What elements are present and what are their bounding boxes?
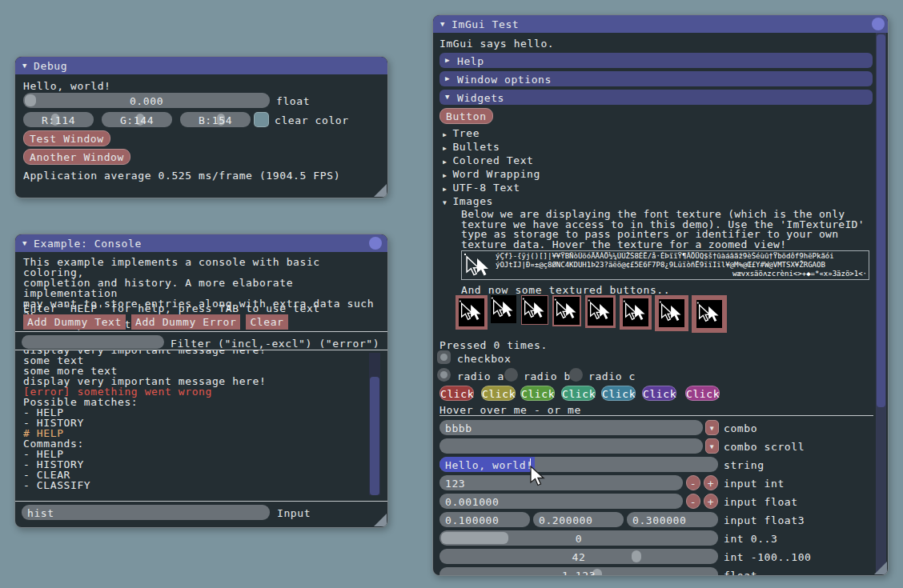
test-window-button[interactable]: Test Window [23, 130, 110, 146]
tree-node-utf8-text[interactable]: ▶UTF-8 Text [443, 182, 520, 195]
color-slider-g[interactable]: G:144 [102, 112, 172, 127]
log-line: - HISTORY [23, 418, 368, 428]
tree-node-tree[interactable]: ▶Tree [443, 127, 480, 141]
increment-button[interactable]: + [704, 475, 718, 490]
resize-grip[interactable] [874, 562, 887, 574]
resize-grip[interactable] [374, 184, 387, 197]
tree-node-images[interactable]: ▼Images [443, 195, 493, 209]
window-scrollbar[interactable] [876, 33, 886, 574]
slider-int-0-3-value: 0 [439, 533, 718, 545]
image-button-2[interactable] [491, 295, 516, 323]
image-button-6[interactable] [620, 295, 652, 330]
collapse-arrow-icon[interactable]: ▼ [22, 62, 27, 70]
console-input-label: Input [277, 507, 311, 519]
font-texture-glyph-line: ýÇf}-{ÿj()[]|¥¥ŸBÑòÛöóÄÅÀÖ½¼ÙÚŽŠ8ÉË/å·ÈÞ… [496, 252, 867, 261]
another-window-button[interactable]: Another Window [23, 149, 130, 165]
close-button[interactable] [369, 237, 382, 250]
decrement-button[interactable]: - [686, 494, 700, 509]
console-input[interactable]: hist [22, 505, 270, 520]
image-button-8[interactable] [692, 295, 727, 333]
slider-int-0-3[interactable]: 0 [439, 530, 718, 546]
console-log[interactable]: display very important message here! som… [23, 350, 368, 498]
input-float3-x[interactable]: 0.100000 [439, 512, 530, 527]
clear-color-swatch[interactable] [254, 112, 269, 127]
add-dummy-error-button[interactable]: Add Dummy Error [131, 314, 240, 330]
console-title-bar[interactable]: ▼ Example: Console [15, 234, 387, 252]
combo-value: bbbb [445, 422, 472, 434]
window-scrollbar-grab[interactable] [877, 34, 885, 407]
image-button-5[interactable] [585, 295, 616, 328]
string-input[interactable]: Hello, world! [439, 457, 718, 472]
close-button[interactable] [872, 18, 885, 30]
string-label: string [724, 459, 765, 471]
click-button-3[interactable]: Click [520, 386, 555, 401]
image-button-7[interactable] [655, 295, 688, 331]
clear-button[interactable]: Clear [246, 314, 287, 330]
header-help[interactable]: ▶ Help [439, 53, 873, 68]
radio-b[interactable] [504, 368, 518, 382]
imgui-title-bar[interactable]: ▼ ImGui Test [433, 15, 888, 33]
float-slider[interactable]: 0.000 [23, 93, 270, 108]
image-button-1[interactable] [456, 295, 488, 330]
click-button-7[interactable]: Click [685, 386, 720, 401]
cursor-texture-icon [522, 296, 548, 322]
combo-scroll-select[interactable] [439, 438, 703, 454]
input-float[interactable]: 0.001000 [439, 494, 683, 509]
log-scrollbar-grab[interactable] [370, 377, 379, 495]
decrement-button[interactable]: - [686, 475, 700, 490]
input-float3-y[interactable]: 0.200000 [533, 512, 624, 527]
click-button-1[interactable]: Click [439, 386, 474, 401]
cursor-texture-icon [554, 297, 580, 322]
image-button-3[interactable] [521, 295, 548, 325]
color-slider-b[interactable]: B:154 [180, 112, 251, 127]
input-int[interactable]: 123 [439, 475, 683, 490]
console-window: ▼ Example: Console This example implemen… [14, 234, 388, 528]
widgets-button[interactable]: Button [439, 108, 493, 124]
console-intro-line: This example implements a console with b… [23, 257, 387, 278]
collapse-arrow-icon[interactable]: ▼ [440, 21, 445, 28]
tree-arrow-icon: ▶ [443, 131, 447, 138]
cursor-texture-icon [623, 298, 648, 324]
collapse-arrow-icon: ▶ [445, 56, 450, 64]
hover-text[interactable]: Hover over me - or me [439, 404, 581, 416]
resize-grip[interactable] [374, 514, 387, 526]
slider-int-100[interactable]: 42 [439, 549, 718, 564]
collapse-arrow-icon[interactable]: ▼ [22, 240, 27, 247]
font-texture-image[interactable]: ýÇf}-{ÿj()[]|¥¥ŸBÑòÛöóÄÅÀÖ½¼ÙÚŽŠ8ÉË/å·ÈÞ… [461, 250, 869, 280]
tree-arrow-icon: ▶ [443, 172, 447, 179]
slider-int-0-3-label: int 0..3 [724, 533, 777, 545]
color-slider-r[interactable]: R:114 [23, 112, 94, 127]
cursor-texture-icon [696, 300, 722, 326]
add-dummy-text-button[interactable]: Add Dummy Text [23, 314, 126, 330]
imgui-test-window: ▼ ImGui Test ImGui says hello. ▶ Help ▶ … [432, 14, 889, 576]
click-button-2[interactable]: Click [481, 386, 516, 401]
input-float3-z[interactable]: 0.300000 [627, 512, 718, 527]
debug-title-bar[interactable]: ▼ Debug [15, 57, 387, 74]
header-widgets[interactable]: ▼ Widgets [439, 90, 873, 105]
combo-select[interactable]: bbbb [439, 420, 703, 435]
tree-node-word-wrapping[interactable]: ▶Word Wrapping [443, 168, 540, 182]
float-slider-label: float [276, 95, 310, 107]
debug-greeting: Hello, world! [23, 80, 111, 92]
combo-arrow-button[interactable]: ▼ [705, 420, 719, 435]
tree-node-colored-text[interactable]: ▶Colored Text [443, 154, 534, 168]
slider-float[interactable]: 1.123 [439, 567, 718, 576]
combo-scroll-arrow-button[interactable]: ▼ [705, 438, 719, 454]
filter-input[interactable] [22, 335, 164, 349]
chevron-down-icon: ▼ [710, 425, 714, 432]
increment-button[interactable]: + [704, 494, 718, 509]
log-scrollbar[interactable] [369, 353, 380, 495]
click-button-4[interactable]: Click [561, 386, 596, 401]
radio-a[interactable] [437, 368, 451, 382]
input-float-value: 0.001000 [445, 496, 499, 508]
click-button-5[interactable]: Click [601, 386, 636, 401]
tree-node-bullets[interactable]: ▶Bullets [443, 141, 500, 154]
radio-c[interactable] [569, 368, 583, 382]
click-button-6[interactable]: Click [642, 386, 676, 401]
checkbox[interactable] [437, 350, 451, 364]
image-button-4[interactable] [552, 295, 581, 326]
header-window-options[interactable]: ▶ Window options [439, 71, 873, 86]
slider-float-value: 1.123 [439, 570, 718, 576]
tree-arrow-icon: ▶ [443, 145, 447, 152]
tree-node-label: UTF-8 Text [452, 182, 520, 194]
